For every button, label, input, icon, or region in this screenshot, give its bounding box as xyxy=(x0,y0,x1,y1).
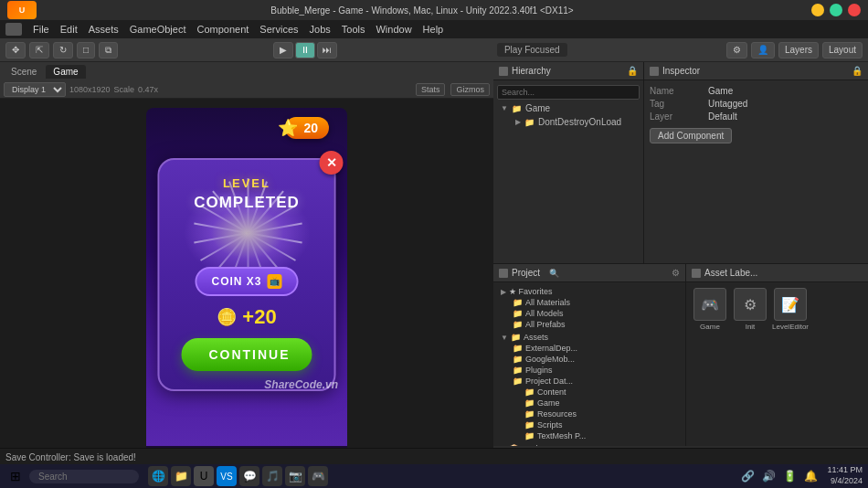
play-button[interactable]: ▶ xyxy=(273,42,293,58)
left-panel: Scene Game Display 1 1080x1920 Scale 0.4… xyxy=(0,62,493,448)
step-button[interactable]: ⏭ xyxy=(317,42,337,58)
plugins-item[interactable]: 📁 Plugins xyxy=(497,365,682,376)
hand-tool[interactable]: ✥ xyxy=(5,42,26,58)
assets-header[interactable]: ▼ 📁 Assets xyxy=(497,332,682,343)
hierarchy-header: Hierarchy 🔒 xyxy=(493,62,643,80)
viewport-stats: Stats Gizmos xyxy=(416,83,490,96)
gizmos-button[interactable]: Gizmos xyxy=(450,83,490,96)
tab-game[interactable]: Game xyxy=(46,65,85,79)
asset-item-init[interactable]: ⚙ Init xyxy=(732,288,768,331)
externaldep-label: ExternalDep... xyxy=(525,344,577,353)
maximize-button[interactable] xyxy=(830,4,842,16)
projectdat-item[interactable]: 📁 Project Dat... xyxy=(497,376,682,387)
rotate-tool[interactable]: ↻ xyxy=(53,42,73,58)
all-models-item[interactable]: 📁 All Models xyxy=(497,308,682,319)
packages-header[interactable]: ▶ 📦 Packages xyxy=(497,443,682,446)
menu-jobs[interactable]: Jobs xyxy=(310,24,331,35)
layers-button[interactable]: Layers xyxy=(778,42,819,58)
taskbar-game-icon[interactable]: 🎮 xyxy=(308,466,328,486)
externaldep-item[interactable]: 📁 ExternalDep... xyxy=(497,343,682,354)
taskbar-music-icon[interactable]: 🎵 xyxy=(262,466,282,486)
project-panel: Project 🔍 ⚙ ▶ ★ Favorites 📁 xyxy=(493,264,685,446)
asset-thumb-game: 🎮 xyxy=(693,288,726,321)
menu-component[interactable]: Component xyxy=(196,24,249,35)
coin-counter: 20 xyxy=(285,117,329,139)
pause-button[interactable]: ⏸ xyxy=(295,42,315,58)
move-tool[interactable]: ⇱ xyxy=(29,42,49,58)
project-tree: ▶ ★ Favorites 📁 All Materials 📁 All Mode… xyxy=(493,282,685,446)
menu-tools[interactable]: Tools xyxy=(342,24,365,35)
window-controls[interactable] xyxy=(808,4,861,16)
card-close-button[interactable]: ✕ xyxy=(320,151,344,175)
scale-tool[interactable]: □ xyxy=(77,42,95,58)
hierarchy-search-input[interactable] xyxy=(497,85,640,100)
content-item[interactable]: 📁 Content xyxy=(497,387,682,398)
inspector-lock[interactable]: 🔒 xyxy=(852,66,863,76)
layout-button[interactable]: Layout xyxy=(822,42,863,58)
inspector-panel: Inspector 🔒 Name Game Tag Untagged Layer… xyxy=(644,62,868,263)
taskbar-messenger-icon[interactable]: 💬 xyxy=(239,466,259,486)
menu-gameobject[interactable]: GameObject xyxy=(130,24,186,35)
start-button[interactable]: ⊞ xyxy=(5,468,26,484)
taskbar-search-input[interactable] xyxy=(29,470,139,483)
taskbar-unity-icon[interactable]: U xyxy=(194,466,214,486)
account-button[interactable]: 👤 xyxy=(751,42,775,58)
all-prefabs-item[interactable]: 📁 All Prefabs xyxy=(497,319,682,330)
insp-row-2: Tag Untagged xyxy=(650,99,863,109)
coin-x3-button[interactable]: COIN X3 📺 xyxy=(195,267,298,296)
menu-window[interactable]: Window xyxy=(376,24,411,35)
stats-button[interactable]: Stats xyxy=(416,83,446,96)
scripts-item[interactable]: 📁 Scripts xyxy=(497,419,682,430)
asset-title: Asset Labe... xyxy=(704,268,757,278)
tab-scene[interactable]: Scene xyxy=(4,65,44,79)
project-toolbar: ⚙ xyxy=(672,268,680,278)
asset-item-leveleditor[interactable]: 📝 LevelEditor xyxy=(772,288,809,331)
favorites-section: ▶ ★ Favorites 📁 All Materials 📁 All Mode… xyxy=(497,286,682,330)
menu-services[interactable]: Services xyxy=(259,24,298,35)
asset-thumb-init: ⚙ xyxy=(734,288,767,321)
taskbar-explorer-icon[interactable]: 📁 xyxy=(171,466,191,486)
favorites-header[interactable]: ▶ ★ Favorites xyxy=(497,286,682,297)
game-item[interactable]: 📁 Game xyxy=(497,398,682,408)
minimize-button[interactable] xyxy=(811,4,824,16)
menu-help[interactable]: Help xyxy=(423,24,444,35)
unity-logo: U xyxy=(7,1,37,19)
display-select[interactable]: Display 1 xyxy=(4,82,66,97)
plugins-label: Plugins xyxy=(525,366,553,375)
inspector-content: Name Game Tag Untagged Layer Default Add… xyxy=(644,80,868,149)
menu-edit[interactable]: Edit xyxy=(60,24,78,35)
hierarchy-item-game[interactable]: ▼ 📁 Game xyxy=(493,101,643,115)
scale-label: Scale xyxy=(114,85,135,94)
project-search-icon[interactable]: 🔍 xyxy=(549,269,559,278)
taskbar-network-icon[interactable]: 🔗 xyxy=(739,468,757,484)
taskbar-battery-icon[interactable]: 🔋 xyxy=(781,468,799,484)
taskbar-notification-icon[interactable]: 🔔 xyxy=(802,468,820,484)
taskbar-sound-icon[interactable]: 🔊 xyxy=(760,468,778,484)
project-settings-icon[interactable]: ⚙ xyxy=(672,268,680,278)
play-controls: ▶ ⏸ ⏭ xyxy=(273,42,337,58)
coin-x3-label: COIN X3 xyxy=(211,275,261,288)
taskbar-vscode-icon[interactable]: VS xyxy=(217,466,237,486)
hierarchy-item-dontdestroy[interactable]: ▶ 📁 DontDestroyOnLoad xyxy=(493,115,643,129)
taskbar-chrome-icon[interactable]: 🌐 xyxy=(148,466,168,486)
continue-button[interactable]: CONTINUE xyxy=(181,338,312,371)
right-panel: Hierarchy 🔒 ▼ 📁 Game ▶ 📁 DontDestroyOnLo… xyxy=(493,62,868,448)
collab-button[interactable]: ⚙ xyxy=(726,42,747,58)
menu-bar: File Edit Assets GameObject Component Se… xyxy=(0,20,868,38)
hierarchy-lock[interactable]: 🔒 xyxy=(627,66,638,76)
rect-tool[interactable]: ⧉ xyxy=(99,42,118,58)
menu-file[interactable]: File xyxy=(33,24,49,35)
asset-item-game[interactable]: 🎮 Game xyxy=(692,288,728,331)
googlemob-item[interactable]: 📁 GoogleMob... xyxy=(497,354,682,365)
projectdat-label: Project Dat... xyxy=(525,377,573,386)
asset-label-leveleditor: LevelEditor xyxy=(772,323,809,331)
resources-item[interactable]: 📁 Resources xyxy=(497,408,682,419)
taskbar-photo-icon[interactable]: 📷 xyxy=(285,466,305,486)
menu-assets[interactable]: Assets xyxy=(89,24,119,35)
inspector-title: Inspector xyxy=(662,66,700,76)
close-button[interactable] xyxy=(848,4,861,16)
textmesh-item[interactable]: 📁 TextMesh P... xyxy=(497,430,682,441)
unity-icon: U xyxy=(7,1,37,19)
add-component-button[interactable]: Add Component xyxy=(650,128,732,143)
all-materials-item[interactable]: 📁 All Materials xyxy=(497,297,682,308)
